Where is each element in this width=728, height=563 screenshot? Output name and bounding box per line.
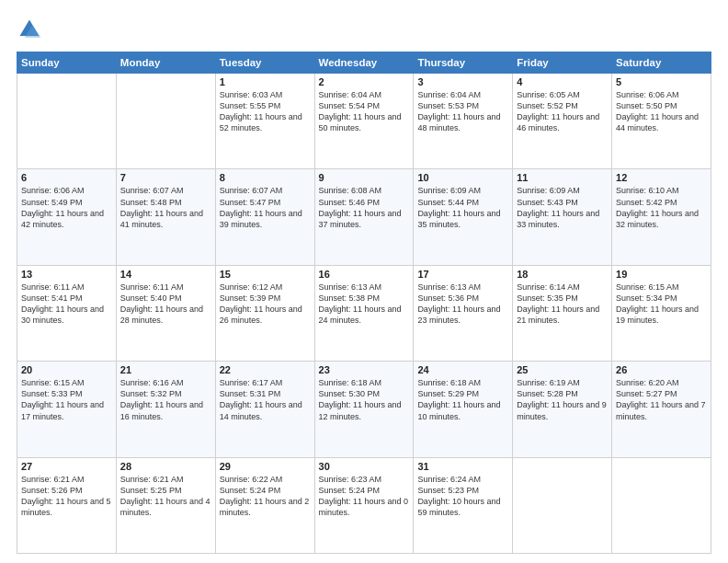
- day-number: 29: [220, 461, 311, 472]
- day-number: 14: [120, 269, 211, 280]
- calendar-cell: 27Sunrise: 6:21 AMSunset: 5:26 PMDayligh…: [17, 457, 117, 553]
- calendar-cell: 6Sunrise: 6:06 AMSunset: 5:49 PMDaylight…: [17, 169, 117, 265]
- calendar-cell: 17Sunrise: 6:13 AMSunset: 5:36 PMDayligh…: [414, 265, 513, 361]
- day-number: 16: [319, 269, 410, 280]
- calendar-cell: 3Sunrise: 6:04 AMSunset: 5:53 PMDaylight…: [414, 74, 513, 169]
- calendar-week-row: 1Sunrise: 6:03 AMSunset: 5:55 PMDaylight…: [17, 74, 711, 169]
- day-detail: Sunrise: 6:18 AMSunset: 5:30 PMDaylight:…: [319, 377, 410, 422]
- calendar-cell: 9Sunrise: 6:08 AMSunset: 5:46 PMDaylight…: [314, 169, 414, 265]
- day-detail: Sunrise: 6:21 AMSunset: 5:26 PMDaylight:…: [21, 474, 112, 519]
- day-number: 7: [120, 172, 211, 183]
- calendar-cell: 15Sunrise: 6:12 AMSunset: 5:39 PMDayligh…: [215, 265, 314, 361]
- day-detail: Sunrise: 6:17 AMSunset: 5:31 PMDaylight:…: [220, 377, 311, 422]
- day-number: 8: [220, 172, 311, 183]
- calendar-cell: [116, 74, 215, 169]
- calendar-cell: 12Sunrise: 6:10 AMSunset: 5:42 PMDayligh…: [612, 169, 711, 265]
- day-detail: Sunrise: 6:06 AMSunset: 5:49 PMDaylight:…: [21, 185, 112, 230]
- day-detail: Sunrise: 6:22 AMSunset: 5:24 PMDaylight:…: [220, 474, 311, 519]
- day-detail: Sunrise: 6:13 AMSunset: 5:36 PMDaylight:…: [417, 282, 508, 327]
- day-detail: Sunrise: 6:23 AMSunset: 5:24 PMDaylight:…: [319, 474, 410, 519]
- day-detail: Sunrise: 6:11 AMSunset: 5:41 PMDaylight:…: [21, 282, 112, 327]
- weekday-header: Monday: [116, 52, 215, 74]
- calendar-cell: 29Sunrise: 6:22 AMSunset: 5:24 PMDayligh…: [215, 457, 314, 553]
- day-number: 9: [319, 172, 410, 183]
- calendar-cell: 13Sunrise: 6:11 AMSunset: 5:41 PMDayligh…: [17, 265, 117, 361]
- calendar-cell: 14Sunrise: 6:11 AMSunset: 5:40 PMDayligh…: [116, 265, 215, 361]
- day-detail: Sunrise: 6:16 AMSunset: 5:32 PMDaylight:…: [120, 377, 211, 422]
- day-detail: Sunrise: 6:08 AMSunset: 5:46 PMDaylight:…: [319, 185, 410, 230]
- day-number: 5: [616, 76, 707, 87]
- day-number: 26: [616, 364, 707, 375]
- weekday-header-row: SundayMondayTuesdayWednesdayThursdayFrid…: [17, 52, 711, 74]
- calendar-week-row: 20Sunrise: 6:15 AMSunset: 5:33 PMDayligh…: [17, 362, 711, 457]
- day-number: 4: [517, 76, 608, 87]
- day-detail: Sunrise: 6:06 AMSunset: 5:50 PMDaylight:…: [616, 89, 707, 134]
- day-detail: Sunrise: 6:07 AMSunset: 5:48 PMDaylight:…: [120, 185, 211, 230]
- day-number: 30: [319, 461, 410, 472]
- day-detail: Sunrise: 6:13 AMSunset: 5:38 PMDaylight:…: [319, 282, 410, 327]
- calendar-table: SundayMondayTuesdayWednesdayThursdayFrid…: [17, 52, 711, 554]
- page: SundayMondayTuesdayWednesdayThursdayFrid…: [0, 0, 728, 563]
- day-detail: Sunrise: 6:09 AMSunset: 5:44 PMDaylight:…: [417, 185, 508, 230]
- day-detail: Sunrise: 6:18 AMSunset: 5:29 PMDaylight:…: [417, 377, 508, 422]
- day-detail: Sunrise: 6:15 AMSunset: 5:33 PMDaylight:…: [21, 377, 112, 422]
- calendar-cell: 10Sunrise: 6:09 AMSunset: 5:44 PMDayligh…: [414, 169, 513, 265]
- calendar-cell: 21Sunrise: 6:16 AMSunset: 5:32 PMDayligh…: [116, 362, 215, 457]
- calendar-week-row: 13Sunrise: 6:11 AMSunset: 5:41 PMDayligh…: [17, 265, 711, 361]
- day-number: 15: [220, 269, 311, 280]
- day-number: 27: [21, 461, 112, 472]
- calendar-cell: 25Sunrise: 6:19 AMSunset: 5:28 PMDayligh…: [513, 362, 612, 457]
- day-number: 31: [417, 461, 508, 472]
- day-number: 6: [21, 172, 112, 183]
- calendar-cell: 19Sunrise: 6:15 AMSunset: 5:34 PMDayligh…: [612, 265, 711, 361]
- weekday-header: Wednesday: [314, 52, 414, 74]
- day-detail: Sunrise: 6:15 AMSunset: 5:34 PMDaylight:…: [616, 282, 707, 327]
- day-detail: Sunrise: 6:04 AMSunset: 5:54 PMDaylight:…: [319, 89, 410, 134]
- calendar-week-row: 6Sunrise: 6:06 AMSunset: 5:49 PMDaylight…: [17, 169, 711, 265]
- weekday-header: Sunday: [17, 52, 117, 74]
- calendar-cell: 5Sunrise: 6:06 AMSunset: 5:50 PMDaylight…: [612, 74, 711, 169]
- day-number: 12: [616, 172, 707, 183]
- day-number: 17: [417, 269, 508, 280]
- day-number: 28: [120, 461, 211, 472]
- day-number: 20: [21, 364, 112, 375]
- day-detail: Sunrise: 6:10 AMSunset: 5:42 PMDaylight:…: [616, 185, 707, 230]
- calendar-cell: [513, 457, 612, 553]
- header: [17, 17, 711, 42]
- day-number: 19: [616, 269, 707, 280]
- calendar-cell: 23Sunrise: 6:18 AMSunset: 5:30 PMDayligh…: [314, 362, 414, 457]
- weekday-header: Saturday: [612, 52, 711, 74]
- day-detail: Sunrise: 6:07 AMSunset: 5:47 PMDaylight:…: [220, 185, 311, 230]
- day-number: 23: [319, 364, 410, 375]
- day-number: 3: [417, 76, 508, 87]
- day-number: 18: [517, 269, 608, 280]
- day-number: 24: [417, 364, 508, 375]
- calendar-cell: 24Sunrise: 6:18 AMSunset: 5:29 PMDayligh…: [414, 362, 513, 457]
- day-detail: Sunrise: 6:09 AMSunset: 5:43 PMDaylight:…: [517, 185, 608, 230]
- day-number: 2: [319, 76, 410, 87]
- calendar-cell: 18Sunrise: 6:14 AMSunset: 5:35 PMDayligh…: [513, 265, 612, 361]
- day-detail: Sunrise: 6:14 AMSunset: 5:35 PMDaylight:…: [517, 282, 608, 327]
- day-detail: Sunrise: 6:20 AMSunset: 5:27 PMDaylight:…: [616, 377, 707, 422]
- calendar-week-row: 27Sunrise: 6:21 AMSunset: 5:26 PMDayligh…: [17, 457, 711, 553]
- calendar-cell: 26Sunrise: 6:20 AMSunset: 5:27 PMDayligh…: [612, 362, 711, 457]
- logo-icon: [17, 17, 42, 42]
- weekday-header: Friday: [513, 52, 612, 74]
- calendar-cell: 2Sunrise: 6:04 AMSunset: 5:54 PMDaylight…: [314, 74, 414, 169]
- day-detail: Sunrise: 6:03 AMSunset: 5:55 PMDaylight:…: [220, 89, 311, 134]
- calendar-cell: 1Sunrise: 6:03 AMSunset: 5:55 PMDaylight…: [215, 74, 314, 169]
- day-number: 10: [417, 172, 508, 183]
- calendar-cell: 8Sunrise: 6:07 AMSunset: 5:47 PMDaylight…: [215, 169, 314, 265]
- day-number: 13: [21, 269, 112, 280]
- calendar-cell: [17, 74, 117, 169]
- calendar-cell: 31Sunrise: 6:24 AMSunset: 5:23 PMDayligh…: [414, 457, 513, 553]
- day-detail: Sunrise: 6:19 AMSunset: 5:28 PMDaylight:…: [517, 377, 608, 422]
- day-detail: Sunrise: 6:05 AMSunset: 5:52 PMDaylight:…: [517, 89, 608, 134]
- logo: [17, 17, 46, 42]
- calendar-cell: 20Sunrise: 6:15 AMSunset: 5:33 PMDayligh…: [17, 362, 117, 457]
- day-detail: Sunrise: 6:24 AMSunset: 5:23 PMDaylight:…: [417, 474, 508, 519]
- day-number: 1: [220, 76, 311, 87]
- day-detail: Sunrise: 6:21 AMSunset: 5:25 PMDaylight:…: [120, 474, 211, 519]
- calendar-cell: 30Sunrise: 6:23 AMSunset: 5:24 PMDayligh…: [314, 457, 414, 553]
- day-number: 21: [120, 364, 211, 375]
